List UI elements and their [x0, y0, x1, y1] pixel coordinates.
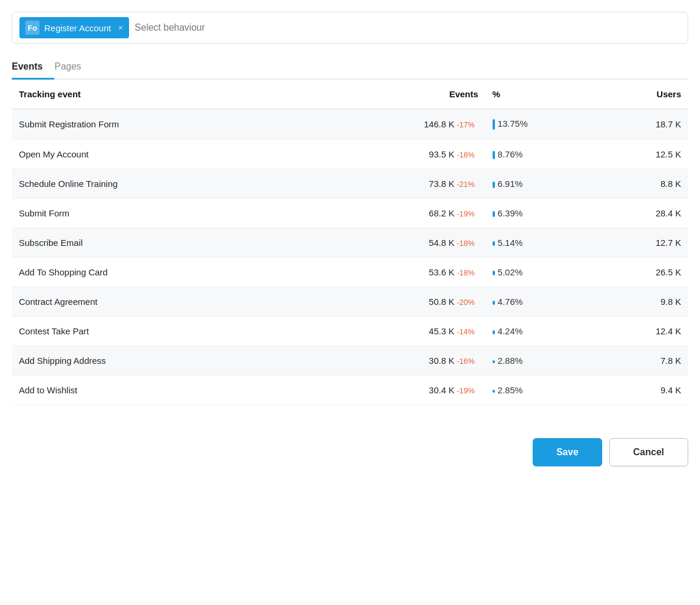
- cell-event-name: Add To Shopping Card: [12, 258, 384, 287]
- cell-pct: 2.85%: [486, 376, 587, 405]
- pct-change-badge: -18%: [457, 268, 474, 277]
- bar-indicator: [493, 151, 495, 159]
- pct-change-badge: -18%: [457, 150, 474, 159]
- cell-events-count: 93.5 K-18%: [384, 140, 485, 169]
- col-header-event: Tracking event: [12, 80, 384, 109]
- cell-users: 9.4 K: [587, 376, 688, 405]
- table-row: Add to Wishlist30.4 K-19%2.85%9.4 K: [12, 376, 688, 405]
- tag-register-account[interactable]: Fo Register Account ×: [19, 17, 129, 38]
- cell-users: 18.7 K: [587, 109, 688, 140]
- cell-event-name: Contest Take Part: [12, 317, 384, 346]
- bar-indicator: [493, 271, 495, 275]
- cell-pct: 5.14%: [486, 228, 587, 258]
- table-row: Submit Registration Form146.8 K-17%13.75…: [12, 109, 688, 140]
- cell-users: 8.8 K: [587, 169, 688, 199]
- cell-pct: 13.75%: [486, 109, 587, 140]
- pct-label: 2.85%: [498, 385, 523, 395]
- pct-label: 6.39%: [498, 208, 523, 218]
- cell-pct: 5.02%: [486, 258, 587, 287]
- cell-events-count: 53.6 K-18%: [384, 258, 485, 287]
- cell-events-count: 45.3 K-14%: [384, 317, 485, 346]
- cell-events-count: 68.2 K-19%: [384, 199, 485, 228]
- table-row: Submit Form68.2 K-19%6.39%28.4 K: [12, 199, 688, 228]
- table-row: Open My Account93.5 K-18%8.76%12.5 K: [12, 140, 688, 169]
- cell-pct: 2.88%: [486, 346, 587, 376]
- pct-change-badge: -21%: [457, 180, 474, 189]
- pct-change-badge: -14%: [457, 327, 474, 336]
- events-value: 30.8 K: [429, 356, 454, 366]
- pct-label: 8.76%: [498, 149, 523, 159]
- pct-change-badge: -20%: [457, 298, 474, 307]
- table-row: Subscribe Email54.8 K-18%5.14%12.7 K: [12, 228, 688, 258]
- bar-indicator: [493, 182, 495, 188]
- cell-event-name: Contract Agreement: [12, 287, 384, 317]
- cell-events-count: 30.8 K-16%: [384, 346, 485, 376]
- col-header-users: Users: [587, 80, 688, 109]
- cell-pct: 4.24%: [486, 317, 587, 346]
- cell-event-name: Add Shipping Address: [12, 346, 384, 376]
- events-value: 93.5 K: [429, 149, 454, 159]
- save-button[interactable]: Save: [533, 438, 602, 466]
- cell-pct: 6.39%: [486, 199, 587, 228]
- cell-users: 9.8 K: [587, 287, 688, 317]
- cell-users: 28.4 K: [587, 199, 688, 228]
- cell-events-count: 73.8 K-21%: [384, 169, 485, 199]
- table-row: Contest Take Part45.3 K-14%4.24%12.4 K: [12, 317, 688, 346]
- tag-close-icon[interactable]: ×: [118, 23, 123, 32]
- events-value: 50.8 K: [429, 297, 454, 307]
- pct-change-badge: -16%: [457, 357, 474, 366]
- tab-events[interactable]: Events: [12, 55, 54, 80]
- tracking-events-table: Tracking event Events % Users Submit Reg…: [12, 80, 688, 405]
- select-behaviour-input[interactable]: [135, 22, 681, 33]
- cell-events-count: 54.8 K-18%: [384, 228, 485, 258]
- cell-event-name: Submit Registration Form: [12, 109, 384, 140]
- cancel-button[interactable]: Cancel: [609, 438, 688, 466]
- events-value: 30.4 K: [429, 385, 454, 395]
- events-value: 73.8 K: [429, 179, 454, 189]
- events-value: 54.8 K: [429, 238, 454, 248]
- cell-users: 12.5 K: [587, 140, 688, 169]
- events-value: 146.8 K: [424, 119, 455, 129]
- cell-users: 26.5 K: [587, 258, 688, 287]
- pct-change-badge: -19%: [457, 386, 474, 395]
- col-header-events: Events: [384, 80, 485, 109]
- bar-indicator: [493, 330, 495, 334]
- cell-event-name: Add to Wishlist: [12, 376, 384, 405]
- bar-indicator: [493, 119, 495, 130]
- cell-event-name: Open My Account: [12, 140, 384, 169]
- pct-change-badge: -17%: [457, 120, 474, 129]
- tag-label: Register Account: [44, 23, 111, 33]
- pct-label: 4.76%: [498, 297, 523, 307]
- bar-indicator: [493, 360, 495, 363]
- table-row: Add Shipping Address30.8 K-16%2.88%7.8 K: [12, 346, 688, 376]
- header-bar: Fo Register Account ×: [12, 12, 688, 44]
- pct-label: 5.14%: [498, 238, 523, 248]
- pct-label: 6.91%: [498, 179, 523, 189]
- cell-pct: 8.76%: [486, 140, 587, 169]
- cell-users: 12.4 K: [587, 317, 688, 346]
- pct-label: 5.02%: [498, 267, 523, 277]
- cell-event-name: Schedule Online Training: [12, 169, 384, 199]
- cell-pct: 6.91%: [486, 169, 587, 199]
- bar-indicator: [493, 390, 495, 393]
- tab-pages[interactable]: Pages: [54, 55, 93, 80]
- tabs-container: Events Pages: [12, 55, 688, 80]
- pct-label: 13.75%: [498, 119, 528, 129]
- cell-events-count: 146.8 K-17%: [384, 109, 485, 140]
- pct-change-badge: -18%: [457, 239, 474, 248]
- footer: Save Cancel: [12, 429, 688, 476]
- events-value: 53.6 K: [429, 267, 454, 277]
- bar-indicator: [493, 241, 495, 246]
- cell-events-count: 30.4 K-19%: [384, 376, 485, 405]
- pct-change-badge: -19%: [457, 209, 474, 218]
- table-row: Schedule Online Training73.8 K-21%6.91%8…: [12, 169, 688, 199]
- bar-indicator: [493, 211, 495, 217]
- table-row: Contract Agreement50.8 K-20%4.76%9.8 K: [12, 287, 688, 317]
- events-value: 45.3 K: [429, 326, 454, 336]
- table-row: Add To Shopping Card53.6 K-18%5.02%26.5 …: [12, 258, 688, 287]
- cell-event-name: Submit Form: [12, 199, 384, 228]
- cell-events-count: 50.8 K-20%: [384, 287, 485, 317]
- events-value: 68.2 K: [429, 208, 454, 218]
- cell-event-name: Subscribe Email: [12, 228, 384, 258]
- cell-users: 12.7 K: [587, 228, 688, 258]
